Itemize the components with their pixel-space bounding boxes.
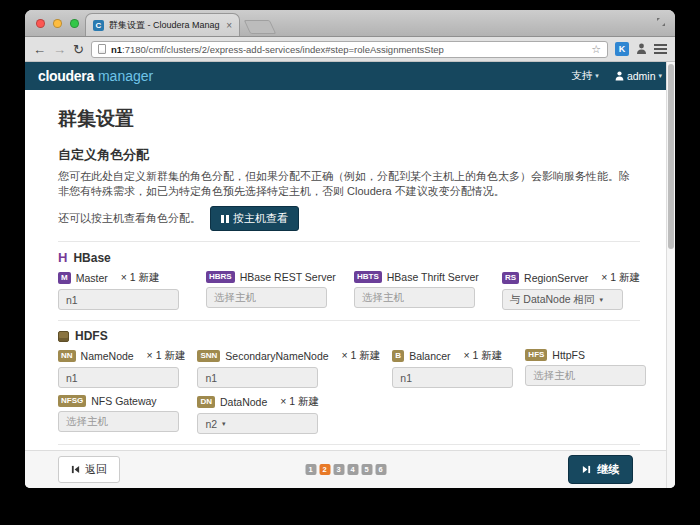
role-master: MMaster × 1 新建 n1 [58, 271, 194, 310]
user-icon [615, 71, 624, 81]
role-badge: RS [502, 272, 519, 284]
next-icon [582, 465, 591, 474]
namenode-host-select[interactable]: n1 [58, 367, 179, 388]
nfs-gateway-host-select[interactable]: 选择主机 [58, 411, 179, 432]
caret-down-icon: ▾ [222, 420, 226, 428]
datanode-host-select[interactable]: n2▾ [197, 413, 318, 434]
reload-icon[interactable]: ↻ [73, 43, 84, 56]
page-content: 群集设置 自定义角色分配 您可在此处自定义新群集的角色分配，但如果分配不正确（例… [25, 90, 666, 450]
service-name: HDFS [75, 329, 108, 343]
divider [58, 241, 640, 242]
role-regionserver: RSRegionServer × 1 新建 与 DataNode 相同▾ [502, 271, 640, 310]
divider [58, 320, 640, 321]
back-nav-icon[interactable]: ← [33, 43, 46, 56]
browser-tab[interactable]: C 群集设置 - Cloudera Manag × [85, 13, 240, 36]
service-hbase: H HBase MMaster × 1 新建 n1 HBRSHBase REST… [58, 250, 640, 310]
zoom-window-button[interactable] [70, 19, 79, 28]
page-icon [98, 44, 106, 54]
columns-icon [221, 215, 224, 223]
forward-nav-icon[interactable]: → [53, 43, 66, 56]
role-badge: M [58, 272, 71, 284]
caret-down-icon: ▾ [658, 72, 662, 80]
extension-figure-icon[interactable] [636, 43, 647, 55]
manager-logo: manager [98, 68, 153, 84]
browser-window: C 群集设置 - Cloudera Manag × ← → ↻ n1:7180/… [25, 10, 675, 488]
step-indicator: 5 [361, 464, 372, 475]
extension-k-icon[interactable]: K [615, 42, 629, 56]
back-button[interactable]: 返回 [58, 456, 120, 483]
url-host: n1 [111, 44, 122, 55]
url-path: :7180/cmf/clusters/2/express-add-service… [122, 44, 444, 55]
httpfs-host-select[interactable]: 选择主机 [525, 365, 646, 386]
window-controls [36, 19, 79, 28]
role-badge: DN [197, 396, 215, 408]
page-title: 群集设置 [58, 106, 640, 132]
view-by-host-button[interactable]: 按主机查看 [210, 206, 299, 231]
cloudera-logo: cloudera [38, 68, 94, 84]
wizard-steps: 1 2 3 4 5 6 [305, 464, 386, 475]
step-indicator: 3 [333, 464, 344, 475]
continue-button[interactable]: 继续 [568, 455, 633, 484]
regionserver-host-select[interactable]: 与 DataNode 相同▾ [502, 289, 623, 310]
url-text: n1:7180/cmf/clusters/2/express-add-servi… [111, 44, 444, 55]
balancer-host-select[interactable]: n1 [392, 367, 513, 388]
role-secondarynamenode: SNNSecondaryNameNode × 1 新建 n1 [197, 349, 380, 388]
user-menu[interactable]: admin▾ [615, 70, 662, 82]
role-badge: HFS [525, 349, 547, 361]
role-namenode: NNNameNode × 1 新建 n1 [58, 349, 185, 388]
secondarynamenode-host-select[interactable]: n1 [197, 367, 318, 388]
new-tab-button[interactable] [244, 20, 277, 34]
view-by-host-text: 还可以按主机查看角色分配。 [58, 211, 201, 226]
bookmark-star-icon[interactable]: ☆ [591, 43, 601, 56]
step-indicator: 6 [375, 464, 386, 475]
service-name: HBase [73, 251, 110, 265]
role-badge: NN [58, 350, 76, 362]
tab-close-icon[interactable]: × [226, 20, 232, 31]
cloudera-favicon-icon: C [93, 20, 104, 31]
master-host-select[interactable]: n1 [58, 289, 179, 310]
description-text: 您可在此处自定义新群集的角色分配，但如果分配不正确（例如，分配到某个主机上的角色… [58, 169, 640, 199]
role-badge: NFSG [58, 395, 86, 407]
step-indicator: 4 [347, 464, 358, 475]
caret-down-icon: ▾ [595, 72, 599, 80]
app-header: cloudera manager 支持▾ admin▾ [25, 62, 675, 90]
role-hbase-thrift: HBTSHBase Thrift Server 选择主机 [354, 271, 490, 310]
role-badge: HBTS [354, 271, 382, 283]
hbase-rest-host-select[interactable]: 选择主机 [206, 287, 327, 308]
divider [58, 444, 640, 445]
support-menu[interactable]: 支持▾ [571, 69, 599, 83]
browser-toolbar: ← → ↻ n1:7180/cmf/clusters/2/express-add… [25, 37, 675, 62]
section-title: 自定义角色分配 [58, 146, 640, 164]
step-indicator-current: 2 [319, 464, 330, 475]
wizard-footer: 返回 1 2 3 4 5 6 继续 [25, 450, 666, 488]
role-badge: B [392, 350, 404, 362]
role-balancer: BBalancer × 1 新建 n1 [392, 349, 513, 388]
hdfs-icon [58, 331, 69, 342]
tab-strip: C 群集设置 - Cloudera Manag × [25, 10, 675, 37]
tab-title: 群集设置 - Cloudera Manag [109, 19, 221, 32]
minimize-window-button[interactable] [53, 19, 62, 28]
role-hbase-rest: HBRSHBase REST Server 选择主机 [206, 271, 342, 310]
service-hdfs: HDFS NNNameNode × 1 新建 n1 SNNSecondaryNa… [58, 329, 640, 434]
role-nfs-gateway: NFSGNFS Gateway 选择主机 [58, 395, 185, 434]
hbase-thrift-host-select[interactable]: 选择主机 [354, 287, 475, 308]
page-scrollbar[interactable] [666, 62, 675, 488]
role-httpfs: HFSHttpFS 选择主机 [525, 349, 646, 388]
close-window-button[interactable] [36, 19, 45, 28]
scrollbar-thumb[interactable] [668, 64, 674, 249]
hbase-icon: H [58, 250, 67, 265]
role-datanode: DNDataNode × 1 新建 n2▾ [197, 395, 380, 434]
fullscreen-icon[interactable] [656, 17, 666, 27]
step-indicator: 1 [305, 464, 316, 475]
previous-icon [71, 465, 80, 474]
role-badge: HBRS [206, 271, 235, 283]
address-bar[interactable]: n1:7180/cmf/clusters/2/express-add-servi… [91, 41, 608, 58]
chrome-menu-icon[interactable] [654, 44, 667, 54]
caret-down-icon: ▾ [600, 296, 604, 304]
role-badge: SNN [197, 350, 220, 362]
